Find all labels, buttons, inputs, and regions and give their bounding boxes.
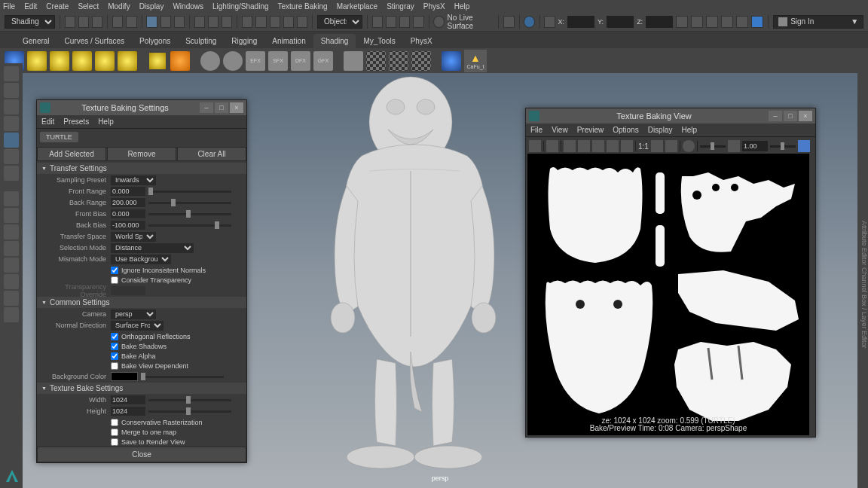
clear-all-button[interactable]: Clear All — [177, 147, 246, 161]
menu-physx[interactable]: PhysX — [423, 2, 445, 11]
move-icon[interactable] — [194, 16, 205, 28]
bview-clapper-icon[interactable] — [546, 140, 558, 152]
bview-menu-view[interactable]: View — [552, 126, 568, 134]
bview-gamma-input[interactable] — [742, 141, 768, 151]
mode-selector[interactable]: Shading — [5, 15, 55, 29]
layout-icon-5[interactable] — [736, 16, 748, 28]
snap-center-icon[interactable] — [283, 16, 294, 28]
menu-modify[interactable]: Modify — [108, 2, 130, 11]
redo-icon[interactable] — [126, 16, 136, 28]
back-range-input[interactable] — [111, 198, 145, 207]
shelf-dfx-icon[interactable]: DFX — [291, 51, 310, 71]
coord-z-input[interactable] — [646, 16, 673, 28]
merge-check[interactable] — [111, 429, 118, 436]
settings-menu-edit[interactable]: Edit — [41, 117, 54, 126]
paint-select-icon[interactable] — [174, 16, 185, 28]
shelf-light-4-icon[interactable] — [95, 51, 115, 71]
tool-last[interactable] — [4, 149, 19, 164]
selection-mode-select[interactable]: Distance — [111, 243, 194, 253]
bview-save-icon[interactable] — [529, 140, 541, 152]
render-icon[interactable] — [503, 16, 514, 28]
menu-create[interactable]: Create — [46, 2, 69, 11]
snap-curve-icon[interactable] — [255, 16, 266, 28]
width-slider[interactable] — [148, 399, 231, 401]
menu-marketplace[interactable]: Marketplace — [337, 2, 377, 11]
back-range-slider[interactable] — [148, 202, 231, 204]
menu-windows[interactable]: Windows — [173, 2, 203, 11]
bview-min-button[interactable]: – — [769, 111, 782, 121]
mismatch-mode-select[interactable]: Use Background — [111, 255, 171, 264]
common-settings-section[interactable]: Common Settings — [37, 297, 246, 308]
height-slider[interactable] — [148, 410, 231, 413]
history-icon[interactable] — [372, 16, 383, 28]
shelf-cafu-icon[interactable]: ▲ CaFu_t — [464, 50, 487, 72]
ipr-icon[interactable] — [524, 16, 534, 28]
shelf-sfx-icon[interactable]: SFX — [268, 51, 288, 71]
tab-physx[interactable]: PhysX — [403, 34, 440, 48]
bview-menu-options[interactable]: Options — [613, 126, 638, 134]
sampling-preset-select[interactable]: Inwards — [111, 175, 156, 185]
back-bias-input[interactable] — [111, 221, 145, 230]
menu-lighting[interactable]: Lighting/Shading — [212, 2, 269, 11]
shelf-efx-icon[interactable]: EFX — [246, 51, 265, 71]
back-bias-slider[interactable] — [148, 224, 231, 227]
bview-cycle-icon[interactable] — [683, 140, 695, 152]
height-input[interactable] — [111, 407, 145, 416]
coord-y-input[interactable] — [607, 16, 634, 28]
layout-icon-4[interactable] — [721, 16, 733, 28]
bview-gamma-icon[interactable] — [728, 140, 740, 152]
coord-x-input[interactable] — [567, 16, 594, 28]
new-scene-icon[interactable] — [65, 16, 75, 28]
bview-zoom-icon[interactable] — [665, 140, 677, 152]
bview-exp-slider[interactable] — [700, 145, 726, 148]
consider-transparency-check[interactable] — [111, 276, 118, 284]
alpha-check[interactable] — [111, 352, 118, 360]
shelf-light-7-icon[interactable] — [170, 51, 190, 71]
settings-menu-help[interactable]: Help — [98, 117, 114, 126]
transfer-space-select[interactable]: World Space — [111, 232, 156, 242]
shelf-light-6-icon[interactable] — [148, 51, 167, 71]
layout-icon-6[interactable] — [751, 16, 763, 28]
bview-a-icon[interactable] — [607, 140, 619, 152]
layout-icon-3[interactable] — [706, 16, 718, 28]
normal-dir-select[interactable]: Surface Front — [111, 321, 164, 331]
tab-general[interactable]: General — [15, 34, 57, 48]
shelf-clapper-icon[interactable] — [344, 51, 363, 71]
layout-persp[interactable] — [4, 291, 19, 306]
open-scene-icon[interactable] — [78, 16, 89, 28]
undo-icon[interactable] — [112, 16, 123, 28]
signin-button[interactable]: Sign In ▼ — [773, 15, 863, 29]
layout-single[interactable] — [4, 191, 19, 206]
shelf-light-3-icon[interactable] — [72, 51, 92, 71]
settings-max-button[interactable]: □ — [215, 102, 228, 113]
front-bias-slider[interactable] — [148, 213, 231, 215]
bview-titlebar[interactable]: Texture Baking View – □ × — [526, 108, 815, 124]
bg-color-slider[interactable] — [141, 376, 224, 378]
lasso-icon[interactable] — [160, 16, 171, 28]
construction-icon[interactable] — [399, 16, 410, 28]
snap-grid-icon[interactable] — [242, 16, 252, 28]
menu-file[interactable]: File — [3, 2, 15, 11]
select-icon[interactable] — [146, 16, 157, 28]
history-off-icon[interactable] — [386, 16, 396, 28]
tab-rigging[interactable]: Rigging — [224, 34, 264, 48]
shelf-tex-3-icon[interactable] — [411, 51, 431, 71]
bview-menu-help[interactable]: Help — [681, 126, 697, 134]
shelf-render-2-icon[interactable] — [223, 51, 243, 71]
tab-sculpting[interactable]: Sculpting — [178, 34, 224, 48]
bview-gamma-slider[interactable] — [770, 145, 796, 148]
menu-select[interactable]: Select — [78, 2, 99, 11]
shelf-utility-icon[interactable] — [442, 51, 461, 71]
xform-icon[interactable] — [544, 16, 555, 28]
shelf-tex-1-icon[interactable] — [366, 51, 386, 71]
shelf-light-1-icon[interactable] — [27, 51, 47, 71]
bview-menu-file[interactable]: File — [530, 126, 542, 134]
menu-help[interactable]: Help — [454, 2, 470, 11]
scale-icon[interactable] — [222, 16, 232, 28]
tool-select[interactable] — [4, 66, 19, 81]
bview-fit-icon[interactable] — [651, 140, 663, 152]
tab-curves[interactable]: Curves / Surfaces — [57, 34, 132, 48]
live-surface-icon[interactable] — [433, 16, 444, 28]
tool-lasso[interactable] — [4, 83, 19, 98]
engine-pill[interactable]: TURTLE — [40, 132, 78, 142]
